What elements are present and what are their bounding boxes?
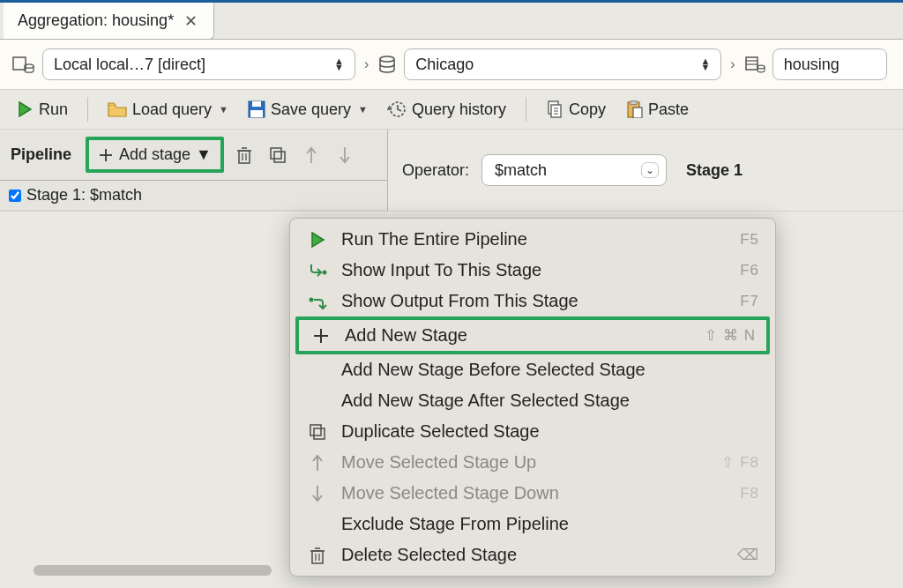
chevron-right-icon: › — [362, 56, 370, 72]
menu-label: Add New Stage Before Selected Stage — [341, 360, 759, 380]
menu-label: Run The Entire Pipeline — [341, 229, 728, 249]
collection-label: housing — [784, 56, 840, 74]
menu-move-up: Move Selected Stage Up ⇧ F8 — [290, 447, 775, 478]
trash-icon — [306, 546, 329, 565]
chevron-down-icon: ⌄ — [641, 162, 659, 178]
server-icon — [12, 55, 35, 74]
svg-marker-7 — [19, 102, 31, 116]
svg-point-32 — [323, 270, 327, 274]
menu-label: Add New Stage — [345, 325, 692, 346]
horizontal-scrollbar[interactable] — [34, 565, 272, 576]
move-down-button[interactable] — [332, 143, 358, 167]
menu-label: Show Input To This Stage — [341, 260, 728, 280]
menu-shortcut: F8 — [740, 485, 759, 502]
connection-selector[interactable]: Local local…7 [direct] ▲▼ — [42, 48, 355, 80]
stage-enabled-checkbox[interactable] — [9, 190, 21, 202]
copy-button[interactable]: Copy — [542, 99, 609, 121]
menu-shortcut: F5 — [740, 231, 759, 249]
paste-button[interactable]: Paste — [622, 99, 692, 121]
menu-label: Delete Selected Stage — [341, 545, 725, 565]
separator — [526, 97, 526, 122]
output-arrow-icon — [306, 293, 329, 310]
updown-icon: ▲▼ — [334, 58, 344, 71]
toolbar: Run Load query ▼ Save query ▼ Query hist… — [0, 90, 903, 130]
save-query-button[interactable]: Save query ▼ — [244, 99, 371, 121]
chevron-right-icon: › — [728, 56, 736, 72]
menu-shortcut: F7 — [740, 293, 759, 310]
plus-icon — [310, 328, 332, 344]
svg-marker-31 — [312, 233, 324, 247]
run-label: Run — [39, 100, 68, 119]
menu-show-output[interactable]: Show Output From This Stage F7 — [290, 286, 775, 316]
caret-down-icon: ▼ — [358, 104, 368, 115]
database-selector[interactable]: Chicago ▲▼ — [404, 48, 721, 80]
operator-label: Operator: — [402, 161, 469, 180]
query-history-label: Query history — [412, 100, 506, 119]
menu-duplicate[interactable]: Duplicate Selected Stage — [290, 416, 775, 447]
input-arrow-icon — [306, 262, 329, 279]
menu-label: Show Output From This Stage — [341, 291, 728, 311]
menu-move-down: Move Selected Stage Down F8 — [290, 478, 775, 509]
menu-shortcut: ⇧ F8 — [721, 453, 759, 472]
svg-rect-40 — [312, 551, 323, 563]
pipeline-panel: Pipeline Add stage ▼ — [0, 130, 388, 211]
stage-label: Stage 1: $match — [26, 186, 142, 205]
paste-label: Paste — [648, 100, 689, 119]
close-icon[interactable]: ✕ — [183, 11, 199, 31]
svg-rect-0 — [13, 57, 26, 70]
copy-label: Copy — [569, 100, 606, 119]
collection-selector[interactable]: housing — [772, 48, 887, 80]
query-history-button[interactable]: Query history — [384, 99, 510, 121]
breadcrumb: Local local…7 [direct] ▲▼ › Chicago ▲▼ ›… — [0, 40, 903, 90]
svg-rect-27 — [271, 148, 281, 159]
connection-label: Local local…7 [direct] — [54, 56, 205, 74]
pipeline-stage-row[interactable]: Stage 1: $match — [0, 181, 387, 211]
menu-add-before[interactable]: Add New Stage Before Selected Stage — [290, 354, 775, 385]
stage-title: Stage 1 — [686, 161, 743, 180]
database-icon — [377, 55, 397, 74]
delete-stage-button[interactable] — [231, 143, 257, 167]
duplicate-stage-button[interactable] — [265, 143, 291, 167]
play-icon — [306, 231, 329, 249]
tab-aggregation[interactable]: Aggregation: housing* ✕ — [4, 3, 214, 40]
add-stage-label: Add stage — [119, 145, 190, 164]
svg-point-6 — [757, 65, 765, 69]
arrow-down-icon — [306, 484, 329, 503]
svg-rect-19 — [633, 108, 642, 118]
pipeline-title: Pipeline — [11, 145, 71, 164]
caret-down-icon: ▼ — [219, 104, 228, 115]
svg-point-2 — [380, 56, 394, 62]
run-button[interactable]: Run — [12, 99, 71, 121]
menu-label: Move Selected Stage Up — [341, 452, 709, 473]
svg-rect-10 — [250, 110, 263, 117]
save-query-label: Save query — [271, 100, 351, 119]
load-query-label: Load query — [132, 100, 212, 119]
collection-icon — [744, 55, 765, 74]
svg-rect-36 — [310, 425, 321, 435]
menu-show-input[interactable]: Show Input To This Stage F6 — [290, 255, 775, 286]
svg-rect-9 — [252, 101, 261, 107]
separator — [87, 97, 88, 122]
menu-add-after[interactable]: Add New Stage After Selected Stage — [290, 385, 775, 416]
menu-delete[interactable]: Delete Selected Stage ⌫ — [290, 540, 775, 570]
operator-value: $match — [495, 161, 547, 180]
duplicate-icon — [306, 423, 329, 441]
menu-add-new-stage[interactable]: Add New Stage ⇧ ⌘ N — [295, 316, 770, 354]
svg-rect-18 — [631, 101, 637, 105]
operator-selector[interactable]: $match ⌄ — [481, 154, 667, 186]
arrow-up-icon — [306, 453, 329, 473]
svg-rect-28 — [274, 152, 285, 162]
menu-label: Duplicate Selected Stage — [341, 421, 759, 442]
menu-shortcut: ⇧ ⌘ N — [705, 326, 756, 345]
menu-label: Add New Stage After Selected Stage — [341, 391, 759, 411]
updown-icon: ▲▼ — [700, 58, 710, 71]
move-up-button[interactable] — [298, 143, 325, 167]
stage-editor-header: Operator: $match ⌄ Stage 1 — [388, 130, 903, 211]
add-stage-button[interactable]: Add stage ▼ — [89, 140, 220, 169]
tab-bar: Aggregation: housing* ✕ — [0, 3, 903, 40]
menu-exclude[interactable]: Exclude Stage From Pipeline — [290, 509, 775, 540]
svg-rect-3 — [746, 57, 757, 70]
svg-rect-37 — [314, 428, 325, 439]
menu-run-pipeline[interactable]: Run The Entire Pipeline F5 — [290, 224, 775, 255]
load-query-button[interactable]: Load query ▼ — [104, 99, 232, 121]
